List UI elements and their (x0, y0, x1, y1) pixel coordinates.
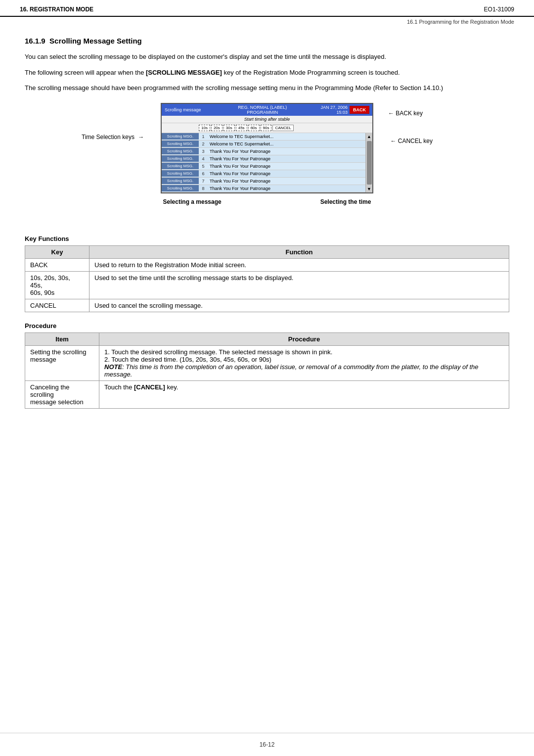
message-row-7[interactable]: Scrolling MSG. 7 Thank You For Your Patr… (162, 178, 365, 185)
cancel-key-label: CANCEL key (398, 138, 433, 144)
para2-bold: [SCROLLING MESSAGE] (146, 69, 222, 76)
message-row-1[interactable]: Scrolling MSG. 1 Welcome to TEC Supermar… (162, 133, 365, 141)
back-key-label: BACK key (396, 110, 423, 117)
msg-num-7: 7 (199, 179, 208, 184)
proc-func-cell-0: 1. Touch the desired scrolling message. … (99, 345, 509, 380)
key-cell-2: CANCEL (25, 299, 89, 312)
proc-note-0-2: NOTE: This time is from the completion o… (104, 363, 504, 378)
screen-header: Scrolling message REG. NORMAL (LABEL) PR… (162, 104, 372, 116)
message-row-6[interactable]: Scrolling MSG. 6 Thank You For Your Patr… (162, 170, 365, 178)
key-functions-title: Key Functions (25, 235, 509, 242)
key-table-row-2: CANCEL Used to cancel the scrolling mess… (25, 299, 509, 312)
message-list: Scrolling MSG. 1 Welcome to TEC Supermar… (162, 133, 365, 192)
message-list-area: Scrolling MSG. 1 Welcome to TEC Supermar… (162, 133, 372, 192)
key-cell-1: 10s, 20s, 30s, 45s,60s, 90s (25, 271, 89, 299)
header-right: EO1-31009 (484, 6, 514, 13)
page-subheader: 16.1 Programming for the Registration Mo… (0, 17, 534, 27)
proc-table-header-procedure: Procedure (99, 332, 509, 345)
screen-title: REG. NORMAL (LABEL) PROGRAMMIN (204, 105, 320, 115)
proc-table-row-0: Setting the scrollingmessage 1. Touch th… (25, 345, 509, 380)
proc-table-header-item: Item (25, 332, 99, 345)
time-btn-60s[interactable]: 60s (248, 125, 260, 131)
msg-text-8: Thank You For Your Patronage (208, 185, 365, 192)
msg-num-8: 8 (199, 186, 208, 191)
screen-date: JAN 27, 2006 (320, 105, 348, 110)
side-label-back-key: ← BACK key (388, 110, 423, 117)
caption-left: Selecting a message (163, 198, 222, 205)
msg-text-1: Welcome to TEC Supermarket... (208, 133, 365, 140)
screenshot-wrapper: Time Selection keys → ← BACK key ← CANCE… (161, 103, 373, 193)
msg-num-3: 3 (199, 149, 208, 154)
time-selection-row: 10s 20s 30s 45s 60s 90s CANCEL (162, 123, 372, 133)
side-label-time-selection: Time Selection keys → (82, 134, 144, 141)
msg-num-5: 5 (199, 164, 208, 169)
section-heading: Scrolling Message Setting (49, 37, 142, 45)
msg-tag-6: Scrolling MSG. (162, 170, 199, 177)
start-timing-row: Start timing after stable (162, 116, 372, 123)
proc-line-0-0: 1. Touch the desired scrolling message. … (104, 348, 504, 356)
subheader-text: 16.1 Programming for the Registration Mo… (407, 19, 514, 25)
msg-tag-3: Scrolling MSG. (162, 148, 199, 154)
msg-num-6: 6 (199, 171, 208, 176)
scrollbar[interactable]: ▲ ▼ (365, 133, 372, 192)
message-row-8[interactable]: Scrolling MSG. 8 Thank You For Your Patr… (162, 185, 365, 192)
message-row-4[interactable]: Scrolling MSG. 4 Thank You For Your Patr… (162, 155, 365, 163)
msg-num-1: 1 (199, 134, 208, 139)
caption-right: Selecting the time (320, 198, 371, 205)
msg-tag-2: Scrolling MSG. (162, 141, 199, 147)
proc-line-1-0: Touch the [CANCEL] key. (104, 383, 504, 391)
screen-title-line1: REG. NORMAL (LABEL) (204, 105, 320, 110)
msg-tag-1: Scrolling MSG. (162, 133, 199, 140)
main-content: 16.1.9 Scrolling Message Setting You can… (0, 27, 534, 733)
message-row-3[interactable]: Scrolling MSG. 3 Thank You For Your Patr… (162, 148, 365, 155)
screenshot-area: Time Selection keys → ← BACK key ← CANCE… (25, 103, 509, 193)
time-btn-90s[interactable]: 90s (261, 125, 272, 131)
section-title: 16.1.9 Scrolling Message Setting (25, 37, 509, 45)
scrolling-message-header-label: Scrolling message (165, 107, 204, 112)
msg-text-4: Thank You For Your Patronage (208, 155, 365, 162)
func-cell-1: Used to set the time until the scrolling… (89, 271, 509, 299)
para2-suffix: key of the Registration Mode Programming… (222, 69, 400, 76)
page-number: 16-12 (260, 741, 275, 748)
msg-text-3: Thank You For Your Patronage (208, 148, 365, 155)
time-btn-20s[interactable]: 20s (211, 125, 222, 131)
side-label-cancel-key: ← CANCEL key (390, 138, 433, 144)
msg-tag-4: Scrolling MSG. (162, 155, 199, 162)
paragraph-2: The following screen will appear when th… (25, 68, 509, 78)
page-footer: 16-12 (0, 733, 534, 756)
time-btn-30s[interactable]: 30s (223, 125, 235, 131)
screen-time: 15:03 (336, 110, 348, 115)
paragraph-3: The scrolling message should have been p… (25, 83, 509, 93)
start-timing-label: Start timing after stable (165, 117, 369, 122)
screen-title-line2: PROGRAMMIN (204, 110, 320, 115)
msg-tag-5: Scrolling MSG. (162, 163, 199, 169)
msg-text-7: Thank You For Your Patronage (208, 178, 365, 185)
proc-item-cell-1: Canceling the scrollingmessage selection (25, 380, 99, 408)
msg-text-5: Thank You For Your Patronage (208, 163, 365, 170)
para2-prefix: The following screen will appear when th… (25, 69, 146, 76)
message-row-5[interactable]: Scrolling MSG. 5 Thank You For Your Patr… (162, 163, 365, 170)
proc-line-0-1: 2. Touch the desired time. (10s, 20s, 30… (104, 356, 504, 363)
time-btn-45s[interactable]: 45s (236, 125, 247, 131)
time-btn-cancel[interactable]: CANCEL (272, 125, 293, 131)
key-table-row-0: BACK Used to return to the Registration … (25, 258, 509, 271)
procedure-table: Item Procedure Setting the scrollingmess… (25, 332, 509, 409)
message-row-2[interactable]: Scrolling MSG. 2 Welcome to TEC Supermar… (162, 141, 365, 148)
func-cell-0: Used to return to the Registration Mode … (89, 258, 509, 271)
time-btn-10s[interactable]: 10s (199, 125, 210, 131)
func-cell-2: Used to cancel the scrolling message. (89, 299, 509, 312)
key-functions-table: Key Function BACK Used to return to the … (25, 245, 509, 312)
page-container: 16. REGISTRATION MODE EO1-31009 16.1 Pro… (0, 0, 534, 756)
msg-tag-7: Scrolling MSG. (162, 178, 199, 184)
msg-text-6: Thank You For Your Patronage (208, 170, 365, 177)
msg-tag-8: Scrolling MSG. (162, 185, 199, 191)
msg-num-4: 4 (199, 156, 208, 161)
proc-table-row-1: Canceling the scrollingmessage selection… (25, 380, 509, 408)
key-table-header-function: Function (89, 245, 509, 258)
back-button[interactable]: BACK (350, 106, 369, 114)
screenshot-captions: Selecting a message Selecting the time (25, 198, 509, 205)
msg-num-2: 2 (199, 142, 208, 146)
proc-item-cell-0: Setting the scrollingmessage (25, 345, 99, 380)
key-table-header-key: Key (25, 245, 89, 258)
msg-text-2: Welcome to TEC Supermarket... (208, 141, 365, 147)
